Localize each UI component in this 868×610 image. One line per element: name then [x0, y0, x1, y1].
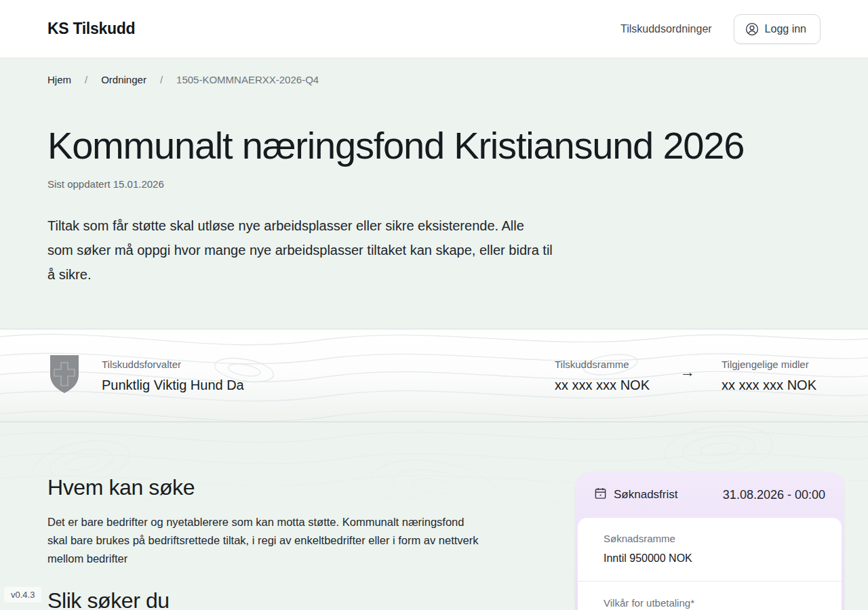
- card-row-vilkar: Vilkår for utbetaling*: [578, 581, 842, 610]
- deadline-card: Søknadsfrist 31.08.2026 - 00:00 Søknadsr…: [575, 472, 844, 610]
- intro-line: som søker må oppgi hvor mange nye arbeid…: [47, 238, 821, 262]
- vilkar-label: Vilkår for utbetaling*: [604, 596, 823, 609]
- who-line: skal bare brukes på bedriftsrettede tilt…: [47, 531, 536, 550]
- section-title-who-can-apply: Hvem kan søke: [47, 474, 536, 501]
- manager-band: Tilskuddsforvalter Punktlig Viktig Hund …: [0, 329, 868, 422]
- manager-label: Tilskuddsforvalter: [102, 359, 244, 371]
- manager-band-content: Tilskuddsforvalter Punktlig Viktig Hund …: [0, 329, 868, 422]
- deadline-card-body: Søknadsramme Inntil 950000 NOK Vilkår fo…: [578, 518, 842, 610]
- header-nav: Tilskuddsordninger Logg inn: [620, 14, 821, 44]
- login-button-label: Logg inn: [765, 23, 806, 35]
- intro-paragraph: Tiltak som får støtte skal utløse nye ar…: [47, 214, 821, 287]
- deadline-label: Søknadsfrist: [614, 488, 677, 502]
- breadcrumb-separator: /: [85, 73, 87, 87]
- intro-line: Tiltak som får støtte skal utløse nye ar…: [47, 214, 821, 238]
- arrow-right-icon: →: [680, 363, 695, 381]
- who-line: Det er bare bedrifter og nyetablerere so…: [47, 513, 536, 531]
- section-title-how-to-apply: Slik søker du: [47, 587, 536, 610]
- nav-link-tilskuddsordninger[interactable]: Tilskuddsordninger: [620, 23, 712, 35]
- manager-info: Tilskuddsforvalter Punktlig Viktig Hund …: [102, 359, 244, 393]
- last-updated-text: Sist oppdatert 15.01.2026: [47, 178, 821, 190]
- breadcrumb-separator: /: [160, 73, 163, 87]
- calendar-icon: [594, 487, 607, 503]
- grant-frame-info: Tilskuddsramme xx xxx xxx NOK: [555, 359, 650, 393]
- manager-name: Punktlig Viktig Hund Da: [102, 377, 244, 393]
- shield-icon: [49, 354, 80, 397]
- grant-frame-label: Tilskuddsramme: [555, 359, 650, 371]
- soknadsramme-value: Inntil 950000 NOK: [604, 552, 823, 565]
- user-circle-icon: [745, 22, 759, 36]
- main-content: Hvem kan søke Det er bare bedrifter og n…: [0, 422, 868, 609]
- card-row-soknadsramme: Søknadsramme Inntil 950000 NOK: [578, 518, 842, 581]
- available-funds-value: xx xxx xxx NOK: [722, 377, 816, 393]
- hero-section: Hjem / Ordninger / 1505-KOMMNAERXX-2026-…: [0, 58, 868, 329]
- deadline-card-header: Søknadsfrist 31.08.2026 - 00:00: [575, 472, 844, 518]
- breadcrumb-home[interactable]: Hjem: [47, 73, 71, 87]
- page-title: Kommunalt næringsfond Kristiansund 2026: [47, 124, 821, 167]
- app-header: KS Tilskudd Tilskuddsordninger Logg inn: [0, 0, 868, 58]
- deadline-value: 31.08.2026 - 00:00: [723, 488, 825, 502]
- login-button[interactable]: Logg inn: [734, 14, 821, 44]
- who-line: mellom bedrifter: [47, 550, 536, 568]
- breadcrumb-current: 1505-KOMMNAERXX-2026-Q4: [176, 73, 319, 87]
- brand-logo[interactable]: KS Tilskudd: [47, 20, 135, 38]
- version-badge: v0.4.3: [4, 587, 41, 603]
- available-funds-info: Tilgjengelige midler xx xxx xxx NOK: [722, 359, 816, 393]
- breadcrumb-ordninger[interactable]: Ordninger: [101, 73, 146, 87]
- grant-frame-value: xx xxx xxx NOK: [555, 377, 650, 393]
- intro-line: å sikre.: [47, 262, 821, 287]
- breadcrumb: Hjem / Ordninger / 1505-KOMMNAERXX-2026-…: [47, 73, 821, 87]
- soknadsramme-label: Søknadsramme: [604, 532, 823, 545]
- who-can-apply-paragraph: Det er bare bedrifter og nyetablerere so…: [47, 513, 536, 568]
- article-column: Hvem kan søke Det er bare bedrifter og n…: [47, 422, 536, 610]
- available-funds-label: Tilgjengelige midler: [722, 359, 816, 371]
